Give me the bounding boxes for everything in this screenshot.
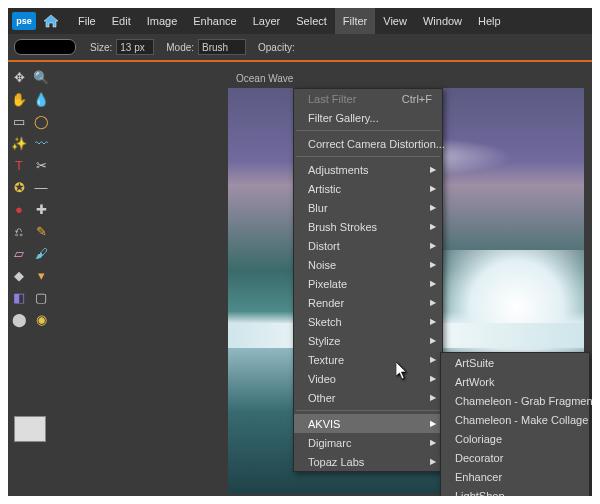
menu-separator — [296, 156, 440, 157]
tool-eyedrop[interactable]: 💧 — [31, 89, 51, 109]
menu-texture[interactable]: Texture▶ — [294, 350, 442, 369]
tool-shape[interactable]: ▢ — [31, 287, 51, 307]
tool-heal[interactable]: ✚ — [31, 199, 51, 219]
menu-window[interactable]: Window — [415, 8, 470, 34]
mode-value[interactable]: Brush — [198, 39, 246, 55]
tool-wand[interactable]: ✨ — [9, 133, 29, 153]
menu-brush-strokes[interactable]: Brush Strokes▶ — [294, 217, 442, 236]
options-bar: Size: 13 px Mode: Brush Opacity: — [8, 34, 592, 62]
tool-smart[interactable]: ◆ — [9, 265, 29, 285]
color-swatch[interactable] — [14, 416, 46, 442]
size-value[interactable]: 13 px — [116, 39, 154, 55]
brush-preview[interactable] — [14, 39, 76, 55]
tool-crop[interactable]: ✂ — [31, 155, 51, 175]
svg-marker-0 — [44, 15, 58, 27]
filter-menu: Last Filter Ctrl+F Filter Gallery... Cor… — [293, 88, 443, 472]
menu-separator — [296, 130, 440, 131]
menu-help[interactable]: Help — [470, 8, 509, 34]
opacity-label: Opacity: — [258, 42, 295, 53]
home-button[interactable] — [40, 11, 62, 31]
tool-clone[interactable]: ⎌ — [9, 221, 29, 241]
tool-cookie[interactable]: ✪ — [9, 177, 29, 197]
menu-stylize[interactable]: Stylize▶ — [294, 331, 442, 350]
menu-edit[interactable]: Edit — [104, 8, 139, 34]
app-logo: pse — [12, 12, 36, 30]
tool-type[interactable]: T — [9, 155, 29, 175]
tool-sponge[interactable]: ◉ — [31, 309, 51, 329]
menu-enhance[interactable]: Enhance — [185, 8, 244, 34]
menu-noise[interactable]: Noise▶ — [294, 255, 442, 274]
submenu-chameleon-make-collage[interactable]: Chameleon - Make Collage — [441, 410, 589, 429]
menu-layer[interactable]: Layer — [245, 8, 289, 34]
menu-image[interactable]: Image — [139, 8, 186, 34]
menu-artistic[interactable]: Artistic▶ — [294, 179, 442, 198]
menu-pixelate[interactable]: Pixelate▶ — [294, 274, 442, 293]
menu-distort[interactable]: Distort▶ — [294, 236, 442, 255]
menu-separator — [296, 410, 440, 411]
tools-panel: ✥🔍✋💧▭◯✨〰T✂✪—●✚⎌✎▱🖌◆▾◧▢⬤◉ — [8, 62, 54, 496]
menu-render[interactable]: Render▶ — [294, 293, 442, 312]
submenu-artsuite[interactable]: ArtSuite — [441, 353, 589, 372]
menubar: pse FileEditImageEnhanceLayerSelectFilte… — [8, 8, 592, 34]
menu-topaz-labs[interactable]: Topaz Labs▶ — [294, 452, 442, 471]
menu-select[interactable]: Select — [288, 8, 335, 34]
menu-digimarc[interactable]: Digimarc▶ — [294, 433, 442, 452]
tool-eraser[interactable]: ▱ — [9, 243, 29, 263]
submenu-enhancer[interactable]: Enhancer — [441, 467, 589, 486]
menu-filter-gallery[interactable]: Filter Gallery... — [294, 108, 442, 127]
menu-blur[interactable]: Blur▶ — [294, 198, 442, 217]
tool-bucket[interactable]: ▾ — [31, 265, 51, 285]
size-label: Size: — [90, 42, 112, 53]
submenu-chameleon-grab-fragment[interactable]: Chameleon - Grab Fragment — [441, 391, 589, 410]
menu-view[interactable]: View — [375, 8, 415, 34]
menu-filter[interactable]: Filter — [335, 8, 375, 34]
akvis-submenu: ArtSuiteArtWorkChameleon - Grab Fragment… — [440, 352, 590, 496]
submenu-lightshop[interactable]: LightShop — [441, 486, 589, 496]
tool-blur[interactable]: ⬤ — [9, 309, 29, 329]
submenu-decorator[interactable]: Decorator — [441, 448, 589, 467]
menu-file[interactable]: File — [70, 8, 104, 34]
document-tab[interactable]: Ocean Wave — [228, 68, 584, 88]
menu-sketch[interactable]: Sketch▶ — [294, 312, 442, 331]
menu-last-filter: Last Filter Ctrl+F — [294, 89, 442, 108]
menu-video[interactable]: Video▶ — [294, 369, 442, 388]
tool-marquee[interactable]: ▭ — [9, 111, 29, 131]
tool-straighten[interactable]: — — [31, 177, 51, 197]
submenu-artwork[interactable]: ArtWork — [441, 372, 589, 391]
tool-move[interactable]: ✥ — [9, 67, 29, 87]
tool-lasso[interactable]: ◯ — [31, 111, 51, 131]
menu-akvis[interactable]: AKVIS▶ — [294, 414, 442, 433]
menu-other[interactable]: Other▶ — [294, 388, 442, 407]
tool-pencil[interactable]: ✎ — [31, 221, 51, 241]
tool-redeye[interactable]: ● — [9, 199, 29, 219]
submenu-coloriage[interactable]: Coloriage — [441, 429, 589, 448]
tool-hand[interactable]: ✋ — [9, 89, 29, 109]
tool-gradient[interactable]: ◧ — [9, 287, 29, 307]
tool-zoom[interactable]: 🔍 — [31, 67, 51, 87]
menu-adjustments[interactable]: Adjustments▶ — [294, 160, 442, 179]
menu-correct-camera[interactable]: Correct Camera Distortion... — [294, 134, 442, 153]
tool-brush[interactable]: 🖌 — [31, 243, 51, 263]
mode-label: Mode: — [166, 42, 194, 53]
tool-selbrush[interactable]: 〰 — [31, 133, 51, 153]
